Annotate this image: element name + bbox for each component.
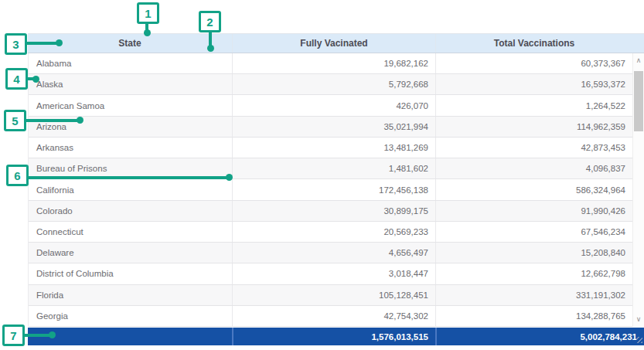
annotation-line-3	[26, 42, 58, 45]
annotation-marker-5: 5	[4, 110, 26, 131]
state-cell: Colorado	[29, 201, 232, 221]
vertical-scrollbar[interactable]: ∧ ∨	[632, 53, 644, 327]
total-state-cell	[28, 328, 232, 345]
annotation-marker-7: 7	[2, 325, 25, 346]
annotation-dot-3	[56, 39, 63, 46]
fully-vaccinated-cell: 4,656,497	[232, 243, 435, 263]
state-cell: Florida	[29, 285, 232, 305]
table-row[interactable]: Colorado 30,899,175 91,990,426	[29, 201, 632, 222]
column-header-total-vaccinations[interactable]: Total Vaccinations	[435, 34, 632, 53]
fully-vaccinated-cell: 5,792,668	[232, 74, 435, 94]
total-vaccinations-cell: 331,191,302	[435, 285, 632, 305]
table-row[interactable]: Arizona 35,021,994 114,962,359	[29, 117, 632, 138]
annotation-line-6	[27, 176, 228, 179]
fully-vaccinated-cell: 30,899,175	[232, 201, 435, 221]
table-row[interactable]: Delaware 4,656,497 15,208,840	[29, 243, 632, 263]
table-row[interactable]: American Samoa 426,070 1,264,522	[29, 95, 632, 116]
annotation-dot-1	[144, 29, 151, 36]
annotation-line-7	[25, 334, 51, 337]
total-vaccinations-cell: 134,288,765	[435, 306, 632, 326]
total-total-vaccinations-cell: 5,002,784,231	[435, 328, 644, 345]
total-vaccinations-cell: 16,593,372	[435, 74, 632, 94]
fully-vaccinated-cell: 35,021,994	[232, 117, 435, 137]
state-cell: Delaware	[29, 243, 232, 263]
total-vaccinations-cell: 67,546,234	[435, 222, 632, 242]
fully-vaccinated-cell: 20,569,233	[232, 222, 435, 242]
annotation-dot-6	[226, 174, 233, 181]
scroll-down-icon[interactable]: ∨	[633, 314, 644, 325]
fully-vaccinated-cell: 13,481,269	[232, 138, 435, 158]
annotation-marker-2: 2	[199, 11, 221, 32]
table-row[interactable]: Florida 105,128,451 331,191,302	[29, 285, 632, 306]
state-cell: Arkansas	[29, 138, 232, 158]
total-fully-vaccinated-cell: 1,576,013,515	[232, 328, 435, 345]
column-header-fully-vaccinated[interactable]: Fully Vacinated	[232, 34, 435, 53]
annotation-marker-6: 6	[6, 165, 29, 186]
table-row[interactable]: Connecticut 20,569,233 67,546,234	[29, 222, 632, 243]
resize-grip-icon	[636, 337, 642, 343]
state-cell: Connecticut	[29, 222, 232, 242]
table-row[interactable]: Alabama 19,682,162 60,373,367	[29, 53, 632, 74]
scroll-up-icon[interactable]: ∧	[633, 56, 644, 66]
total-vaccinations-cell: 4,096,837	[435, 158, 632, 178]
annotation-dot-5	[77, 117, 83, 124]
vaccination-table: State Fully Vacinated Total Vaccinations…	[28, 33, 644, 345]
total-vaccinations-cell: 91,990,426	[435, 201, 632, 221]
total-vaccinations-cell: 12,662,798	[435, 263, 632, 284]
fully-vaccinated-cell: 1,481,602	[232, 158, 435, 178]
table-row[interactable]: Georgia 42,754,302 134,288,765	[29, 306, 632, 327]
fully-vaccinated-cell: 3,018,447	[232, 263, 435, 284]
scrollbar-thumb[interactable]	[634, 71, 643, 131]
fully-vaccinated-cell: 19,682,162	[232, 53, 435, 73]
fully-vaccinated-cell: 42,754,302	[232, 306, 435, 326]
table-row[interactable]: Arkansas 13,481,269 42,873,453	[29, 138, 632, 158]
table-header-row: State Fully Vacinated Total Vaccinations	[28, 33, 644, 53]
annotation-dot-4	[32, 76, 39, 83]
annotation-marker-4: 4	[5, 68, 28, 90]
total-vaccinations-cell: 586,324,964	[435, 179, 632, 199]
screenshot-canvas: State Fully Vacinated Total Vaccinations…	[0, 0, 644, 350]
table-row[interactable]: California 172,456,138 586,324,964	[29, 179, 632, 200]
state-cell: American Samoa	[29, 95, 232, 115]
state-cell: Alaska	[29, 74, 232, 94]
state-cell: Alabama	[29, 53, 232, 73]
table-body: Alabama 19,682,162 60,373,367 Alaska 5,7…	[28, 53, 632, 327]
total-vaccinations-cell: 114,962,359	[435, 117, 632, 137]
header-scrollbar-stub	[632, 34, 644, 53]
annotation-line-5	[26, 119, 79, 122]
total-vaccinations-cell: 15,208,840	[435, 243, 632, 263]
table-total-row: 1,576,013,515 5,002,784,231	[28, 328, 644, 345]
annotation-marker-1: 1	[137, 2, 159, 24]
fully-vaccinated-cell: 105,128,451	[232, 285, 435, 305]
annotation-dot-7	[49, 331, 56, 338]
annotation-dot-2	[207, 45, 214, 52]
fully-vaccinated-cell: 172,456,138	[232, 179, 435, 199]
state-cell: District of Columbia	[29, 263, 232, 284]
total-vaccinations-cell: 42,873,453	[435, 138, 632, 158]
fully-vaccinated-cell: 426,070	[232, 95, 435, 115]
state-cell: California	[29, 179, 232, 199]
table-row[interactable]: Alaska 5,792,668 16,593,372	[29, 74, 632, 95]
annotation-marker-3: 3	[5, 33, 27, 55]
table-row[interactable]: District of Columbia 3,018,447 12,662,79…	[29, 263, 632, 284]
state-cell: Georgia	[29, 306, 232, 326]
total-vaccinations-cell: 60,373,367	[435, 53, 632, 73]
total-vaccinations-cell: 1,264,522	[435, 95, 632, 115]
